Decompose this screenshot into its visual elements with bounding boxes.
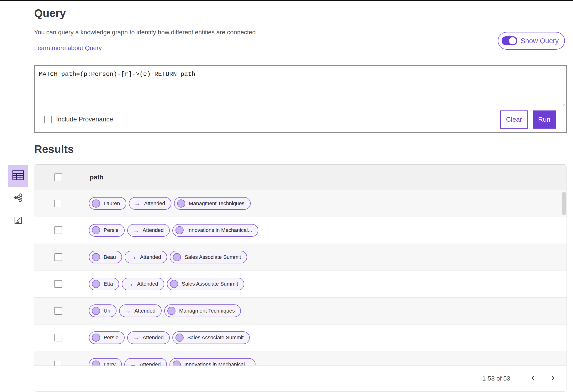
target-node-pill: Sales Associate Summit: [172, 331, 250, 344]
table-row: Beau → Attended Sales Associate Summit: [34, 244, 567, 271]
source-node-pill: Persie: [89, 224, 125, 237]
node-circle-icon: [173, 360, 181, 366]
results-view-rail: [8, 165, 28, 232]
previous-page-button[interactable]: [528, 374, 538, 383]
page-description: You can query a knowledge graph to ident…: [34, 29, 257, 36]
view-mode-graph[interactable]: [8, 187, 28, 209]
target-node-label: Managment Techniques: [189, 200, 245, 207]
row-checkbox-cell: [34, 244, 82, 271]
target-node-pill: Sales Associate Summit: [170, 251, 247, 263]
source-node-pill: Persie: [89, 331, 125, 344]
edge-arrow-icon: →: [130, 361, 136, 366]
node-circle-icon: [92, 334, 100, 342]
source-node-label: Larry: [104, 361, 116, 366]
target-node-pill: Sales Associate Summit: [167, 278, 244, 290]
node-circle-icon: [176, 226, 184, 234]
learn-more-link[interactable]: Learn more about Query: [34, 44, 102, 52]
row-checkbox-cell: [34, 324, 82, 351]
node-circle-icon: [167, 307, 176, 315]
row-checkbox-cell: [34, 190, 82, 217]
path-column-header: path: [82, 165, 567, 190]
row-checkbox-cell: [34, 271, 82, 298]
include-provenance-checkbox[interactable]: [44, 116, 52, 123]
node-circle-icon: [170, 280, 178, 288]
results-table: path Lauren → Attended Managment Techniq…: [34, 164, 567, 392]
row-checkbox[interactable]: [54, 361, 62, 366]
source-node-label: Persie: [104, 335, 118, 341]
target-node-label: Innovations in Mechanical...: [187, 227, 252, 233]
target-node-label: Managment Techniques: [179, 308, 235, 314]
results-pagination: 1-53 of 53: [34, 366, 567, 391]
view-mode-table[interactable]: [8, 165, 28, 187]
edge-arrow-icon: →: [132, 227, 139, 234]
table-row: Etta → Attended Sales Associate Summit: [34, 271, 567, 298]
graph-view-icon: [14, 193, 23, 203]
run-button[interactable]: Run: [533, 110, 556, 129]
row-checkbox[interactable]: [54, 280, 62, 288]
row-checkbox-cell: [34, 217, 82, 244]
row-checkbox-cell: [34, 351, 82, 366]
edge-arrow-icon: →: [130, 254, 136, 260]
target-node-label: Sales Associate Summit: [182, 281, 238, 287]
edge-pill: → Attended: [127, 224, 170, 237]
source-node-label: Persie: [104, 227, 118, 233]
table-row: Uri → Attended Managment Techniques: [34, 298, 567, 324]
path-cell: Beau → Attended Sales Associate Summit: [82, 244, 567, 271]
row-checkbox[interactable]: [54, 334, 62, 341]
source-node-label: Uri: [104, 308, 110, 314]
edge-arrow-icon: →: [125, 307, 131, 314]
target-node-pill: Innovations in Mechanical...: [170, 358, 255, 366]
edge-pill: → Attended: [129, 197, 171, 210]
source-node-pill: Uri: [89, 305, 117, 317]
edge-label: Attended: [137, 281, 158, 287]
page-title: Query: [34, 7, 66, 19]
edge-label: Attended: [143, 227, 163, 233]
results-heading: Results: [34, 143, 74, 155]
row-checkbox[interactable]: [54, 226, 62, 234]
target-node-pill: Innovations in Mechanical...: [172, 224, 258, 237]
edge-label: Attended: [144, 200, 165, 207]
row-checkbox[interactable]: [54, 307, 62, 315]
scrollbar-thumb[interactable]: [562, 192, 566, 215]
edge-pill: → Attended: [125, 358, 167, 366]
row-checkbox[interactable]: [54, 253, 62, 261]
node-circle-icon: [92, 360, 100, 366]
target-node-label: Sales Associate Summit: [187, 335, 244, 341]
query-editor-footer: Include Provenance Clear Run: [35, 107, 566, 132]
row-checkbox[interactable]: [54, 200, 62, 207]
target-node-label: Sales Associate Summit: [185, 254, 241, 260]
table-row: Lauren → Attended Managment Techniques: [34, 190, 567, 217]
clear-button[interactable]: Clear: [500, 110, 528, 129]
edge-arrow-icon: →: [132, 335, 139, 341]
source-node-pill: Lauren: [89, 197, 126, 210]
toggle-on-icon[interactable]: [501, 36, 517, 45]
show-query-toggle[interactable]: Show Query: [498, 32, 565, 50]
table-row: Persie → Attended Innovations in Mechani…: [34, 217, 567, 244]
next-page-button[interactable]: [548, 374, 557, 383]
node-circle-icon: [176, 334, 184, 342]
edge-arrow-icon: →: [134, 200, 141, 207]
source-node-pill: Etta: [89, 278, 119, 290]
edge-pill: → Attended: [127, 331, 170, 344]
edge-pill: → Attended: [122, 278, 164, 290]
source-node-pill: Larry: [89, 358, 122, 366]
pagination-range: 1-53 of 53: [482, 375, 510, 382]
path-cell: Persie → Attended Sales Associate Summit: [82, 324, 567, 351]
view-mode-chart[interactable]: [8, 209, 28, 232]
node-circle-icon: [92, 200, 100, 207]
select-all-checkbox[interactable]: [54, 173, 62, 181]
target-node-pill: Managment Techniques: [174, 197, 251, 210]
path-cell: Persie → Attended Innovations in Mechani…: [82, 217, 567, 244]
source-node-label: Lauren: [104, 200, 120, 207]
source-node-label: Etta: [104, 281, 113, 287]
path-cell: Etta → Attended Sales Associate Summit: [82, 271, 567, 298]
include-provenance-label: Include Provenance: [56, 116, 113, 123]
show-query-label: Show Query: [520, 37, 559, 45]
edge-label: Attended: [134, 308, 155, 314]
node-circle-icon: [92, 307, 100, 315]
query-input[interactable]: MATCH path=(p:Person)-[r]->(e) RETURN pa…: [35, 66, 566, 107]
chart-view-icon: [14, 216, 22, 225]
row-checkbox-cell: [34, 298, 82, 324]
target-node-label: Innovations in Mechanical...: [184, 361, 249, 366]
source-node-pill: Beau: [89, 251, 122, 263]
